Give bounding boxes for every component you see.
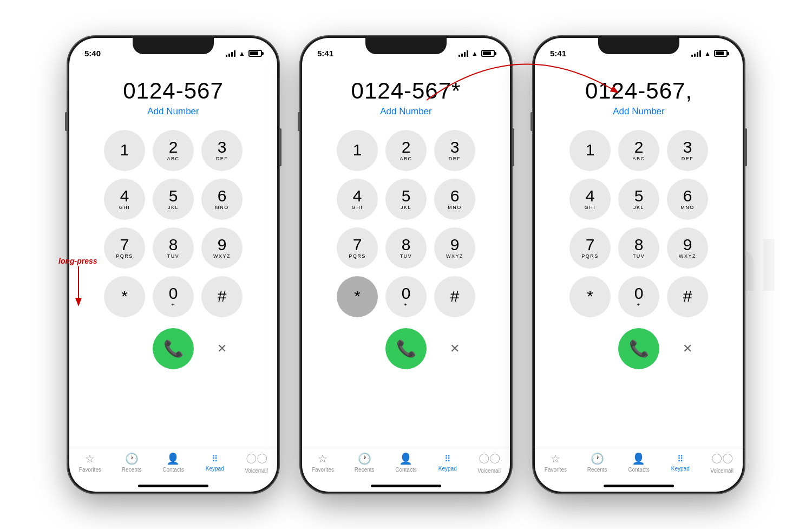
tab-voicemail-label-p3: Voicemail	[710, 468, 734, 474]
key-9-p2[interactable]: 9WXYZ	[434, 227, 475, 269]
key-3-p2[interactable]: 3DEF	[434, 130, 475, 171]
phone-2-time: 5:41	[317, 49, 333, 58]
tab-keypad[interactable]: ⠿ Keypad	[194, 454, 235, 472]
tab-voicemail-p2[interactable]: 〇〇 Voicemail	[468, 452, 510, 474]
key-9[interactable]: 9WXYZ	[201, 227, 243, 269]
tab-favorites-p3[interactable]: ☆ Favorites	[535, 452, 577, 473]
phone-2-home-indicator	[371, 485, 441, 487]
key-1-p3[interactable]: 1	[569, 130, 611, 171]
tab-keypad-p3[interactable]: ⠿ Keypad	[659, 454, 701, 472]
key-7-p2[interactable]: 7PQRS	[337, 227, 378, 269]
key-4-p3[interactable]: 4GHI	[569, 179, 611, 220]
delete-icon: ✕	[217, 342, 227, 356]
phone-icon-2: 📞	[396, 339, 416, 358]
key-4[interactable]: 4GHI	[104, 179, 145, 220]
key-2-p2[interactable]: 2ABC	[385, 130, 427, 171]
key-0-p3[interactable]: 0+	[618, 276, 659, 317]
tab-favorites-label-p2: Favorites	[312, 467, 334, 473]
delete-icon-2: ✕	[450, 342, 460, 356]
tab-favorites[interactable]: ☆ Favorites	[69, 452, 111, 473]
phone-2-bottom-row: 📞 ✕	[302, 328, 510, 369]
phone-2-call-button[interactable]: 📞	[385, 328, 427, 369]
tab-favorites-label: Favorites	[79, 467, 101, 473]
tab-keypad-label: Keypad	[206, 466, 224, 472]
phone-2-add-number[interactable]: Add Number	[380, 106, 431, 117]
key-hash[interactable]: #	[201, 276, 243, 317]
key-star[interactable]: *	[104, 276, 145, 317]
phone-3: 5:41 ▲ 0124-567, Add Number	[533, 36, 744, 493]
key-0[interactable]: 0+	[153, 276, 194, 317]
phone-3-number: 0124-567,	[585, 78, 692, 104]
tab-voicemail-p3[interactable]: 〇〇 Voicemail	[701, 452, 743, 474]
phone-3-tab-bar: ☆ Favorites 🕐 Recents 👤 Contacts ⠿ Keypa…	[535, 447, 743, 485]
phone-3-call-button[interactable]: 📞	[618, 328, 659, 369]
tab-recents[interactable]: 🕐 Recents	[111, 452, 153, 473]
phone-1-bottom-row: 📞 ✕	[69, 328, 277, 369]
key-0-p2[interactable]: 0+	[385, 276, 427, 317]
battery-icon-2	[481, 50, 495, 57]
tab-contacts-label-p3: Contacts	[628, 467, 649, 473]
tab-recents-label: Recents	[122, 467, 142, 473]
key-6-p2[interactable]: 6MNO	[434, 179, 475, 220]
key-5-p3[interactable]: 5JKL	[618, 179, 659, 220]
key-hash-p2[interactable]: #	[434, 276, 475, 317]
key-1[interactable]: 1	[104, 130, 145, 171]
phone-1-tab-bar: ☆ Favorites 🕐 Recents 👤 Contacts ⠿ Keypa…	[69, 447, 277, 485]
phone-3-add-number[interactable]: Add Number	[613, 106, 664, 117]
phones-container: ChI long-press 5:40	[0, 0, 812, 529]
tab-contacts-label-p2: Contacts	[395, 467, 416, 473]
key-7-p3[interactable]: 7PQRS	[569, 227, 611, 269]
key-5-p2[interactable]: 5JKL	[385, 179, 427, 220]
key-5[interactable]: 5JKL	[153, 179, 194, 220]
keypad-icon: ⠿	[212, 454, 218, 464]
key-8[interactable]: 8TUV	[153, 227, 194, 269]
battery-icon-3	[714, 50, 728, 57]
phone-3-bottom-row: 📞 ✕	[535, 328, 743, 369]
key-7[interactable]: 7PQRS	[104, 227, 145, 269]
phone-icon-3: 📞	[629, 339, 649, 358]
key-8-p3[interactable]: 8TUV	[618, 227, 659, 269]
phone-2-dialer: 0124-567* Add Number 1 2ABC 3DEF 4GHI 5J…	[302, 62, 510, 447]
phone-2-spacer-left	[337, 328, 378, 369]
phone-1: 5:40 ▲ 0124-567 Add Numbe	[68, 36, 279, 493]
key-6[interactable]: 6MNO	[201, 179, 243, 220]
key-3[interactable]: 3DEF	[201, 130, 243, 171]
signal-icon	[226, 50, 235, 57]
key-1-p2[interactable]: 1	[337, 130, 378, 171]
key-hash-p3[interactable]: #	[667, 276, 708, 317]
phone-1-notch	[133, 38, 214, 54]
tab-recents-p2[interactable]: 🕐 Recents	[344, 452, 385, 473]
phone-3-delete-button[interactable]: ✕	[667, 328, 708, 369]
phone-3-status-icons: ▲	[691, 50, 728, 57]
key-9-p3[interactable]: 9WXYZ	[667, 227, 708, 269]
key-2[interactable]: 2ABC	[153, 130, 194, 171]
tab-contacts-p2[interactable]: 👤 Contacts	[385, 452, 427, 473]
battery-icon	[248, 50, 262, 57]
phone-1-delete-button[interactable]: ✕	[201, 328, 243, 369]
phone-3-spacer-left	[569, 328, 611, 369]
key-star-p2[interactable]: *	[337, 276, 378, 317]
contacts-icon-p2: 👤	[399, 452, 412, 465]
tab-recents-label-p3: Recents	[587, 467, 607, 473]
tab-favorites-p2[interactable]: ☆ Favorites	[302, 452, 344, 473]
key-6-p3[interactable]: 6MNO	[667, 179, 708, 220]
phone-3-dialer: 0124-567, Add Number 1 2ABC 3DEF 4GHI 5J…	[535, 62, 743, 447]
tab-contacts-p3[interactable]: 👤 Contacts	[618, 452, 660, 473]
delete-icon-3: ✕	[683, 342, 692, 356]
key-8-p2[interactable]: 8TUV	[385, 227, 427, 269]
key-2-p3[interactable]: 2ABC	[618, 130, 659, 171]
key-3-p3[interactable]: 3DEF	[667, 130, 708, 171]
key-4-p2[interactable]: 4GHI	[337, 179, 378, 220]
wifi-icon-3: ▲	[704, 50, 711, 57]
phone-1-add-number[interactable]: Add Number	[147, 106, 199, 117]
phone-2-delete-button[interactable]: ✕	[434, 328, 475, 369]
tab-keypad-p2[interactable]: ⠿ Keypad	[427, 454, 468, 472]
tab-voicemail[interactable]: 〇〇 Voicemail	[235, 452, 277, 474]
tab-recents-p3[interactable]: 🕐 Recents	[577, 452, 618, 473]
tab-voicemail-label-p2: Voicemail	[477, 468, 501, 474]
tab-contacts[interactable]: 👤 Contacts	[153, 452, 194, 473]
recents-icon-p2: 🕐	[358, 452, 371, 465]
key-star-p3[interactable]: *	[569, 276, 611, 317]
phone-1-call-button[interactable]: 📞	[153, 328, 194, 369]
phone-2-inner: 5:41 ▲ 0124-567* Add Number	[302, 38, 510, 492]
